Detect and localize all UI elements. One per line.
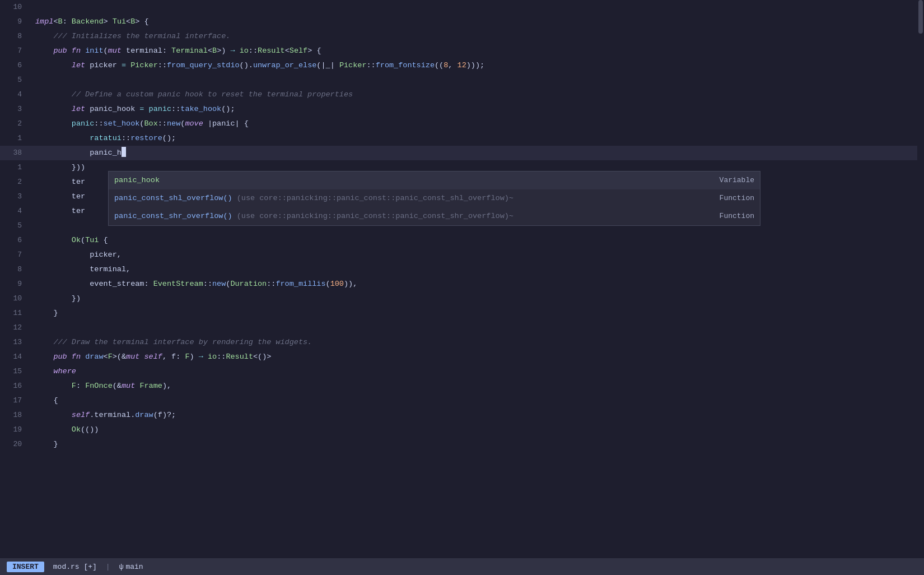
line-number: 15 [0, 365, 31, 378]
code-line-7: 7 pub fn init(mut terminal: Terminal<B>)… [0, 44, 924, 58]
line-number: 8 [0, 30, 31, 43]
line-content: } [31, 307, 924, 320]
line-content: picker, [31, 248, 924, 262]
code-line-12: 12 [0, 321, 924, 335]
line-number: 20 [0, 438, 31, 451]
line-content: impl<B: Backend> Tui<B> { [31, 15, 924, 29]
code-line-9b: 9 event_stream: EventStream::new(Duratio… [0, 277, 924, 291]
code-line-6: 6 let picker = Picker::from_query_stdio(… [0, 58, 924, 73]
line-content: let picker = Picker::from_query_stdio().… [31, 59, 924, 72]
line-number: 8 [0, 263, 31, 276]
code-line-38: 38 panic_h [0, 146, 924, 160]
line-number: 9 [0, 277, 31, 291]
code-line-15: 15 where [0, 364, 924, 379]
code-line-9: 9 impl<B: Backend> Tui<B> { [0, 15, 924, 29]
autocomplete-item-shl[interactable]: panic_const_shl_overflow() (use core::pa… [109, 189, 760, 207]
code-line-3: 3 let panic_hook = panic::take_hook(); [0, 102, 924, 117]
autocomplete-item-kind: Function [720, 192, 754, 205]
line-number: 38 [0, 146, 31, 160]
autocomplete-item-panic-hook[interactable]: panic_hook Variable [109, 171, 760, 189]
autocomplete-dropdown[interactable]: panic_hook Variable panic_const_shl_over… [108, 171, 760, 226]
line-number: 2 [0, 117, 31, 131]
line-content: { [31, 394, 924, 407]
line-number: 6 [0, 234, 31, 247]
line-number: 7 [0, 248, 31, 262]
status-bar: INSERT mod.rs [+] | ψ main [0, 558, 924, 575]
line-number: 17 [0, 394, 31, 407]
line-number: 6 [0, 59, 31, 72]
code-line-1a: 1 ratatui::restore(); [0, 131, 924, 146]
code-area: 10 9 impl<B: Backend> Tui<B> { 8 /// Ini… [0, 0, 924, 558]
line-number: 1 [0, 161, 31, 174]
scrollbar-thumb[interactable] [918, 0, 923, 34]
code-line-14: 14 pub fn draw<F>(&mut self, f: F) → io:… [0, 350, 924, 364]
scrollbar[interactable] [917, 0, 924, 558]
line-number: 14 [0, 350, 31, 364]
line-content: } [31, 438, 924, 451]
line-number: 12 [0, 321, 31, 335]
line-content: panic::set_hook(Box::new(move |panic| { [31, 117, 924, 131]
code-line-7b: 7 picker, [0, 248, 924, 262]
branch-name: main [125, 563, 143, 571]
code-lines: 10 9 impl<B: Backend> Tui<B> { 8 /// Ini… [0, 0, 924, 558]
line-number: 3 [0, 190, 31, 203]
code-line-19: 19 Ok(()) [0, 423, 924, 437]
line-number: 3 [0, 103, 31, 116]
line-content: }) [31, 292, 924, 305]
code-line-10b: 10 }) [0, 291, 924, 306]
line-number: 10 [0, 1, 31, 14]
line-content: /// Draw the terminal interface by rende… [31, 336, 924, 349]
line-number: 1 [0, 132, 31, 145]
status-filename: mod.rs [53, 563, 80, 571]
line-content: let panic_hook = panic::take_hook(); [31, 103, 924, 116]
line-content: Ok(()) [31, 423, 924, 437]
status-modified: [+] [83, 563, 96, 571]
line-number: 11 [0, 307, 31, 320]
line-number: 18 [0, 409, 31, 422]
line-number: 2 [0, 175, 31, 189]
line-number: 13 [0, 336, 31, 349]
line-number: 5 [0, 73, 31, 87]
autocomplete-item-shr[interactable]: panic_const_shr_overflow() (use core::pa… [109, 207, 760, 225]
code-line-13: 13 /// Draw the terminal interface by re… [0, 335, 924, 350]
line-number: 19 [0, 423, 31, 437]
line-content: pub fn draw<F>(&mut self, f: F) → io::Re… [31, 350, 924, 364]
line-number: 4 [0, 205, 31, 218]
line-content: terminal, [31, 263, 924, 276]
status-branch: ψ main [119, 563, 143, 571]
autocomplete-item-kind: Variable [720, 174, 754, 187]
code-line-20: 20 } [0, 437, 924, 452]
code-line-10: 10 [0, 0, 924, 15]
branch-icon: ψ [119, 563, 124, 571]
status-separator: | [106, 563, 110, 571]
line-content: /// Initializes the terminal interface. [31, 30, 924, 43]
autocomplete-item-text: panic_const_shl_overflow() (use core::pa… [114, 192, 713, 205]
line-content: ratatui::restore(); [31, 132, 924, 145]
line-number: 7 [0, 44, 31, 58]
line-content: where [31, 365, 924, 378]
line-number: 5 [0, 219, 31, 233]
code-line-4: 4 // Define a custom panic hook to reset… [0, 87, 924, 102]
line-content: Ok(Tui { [31, 234, 924, 247]
code-line-6b: 6 Ok(Tui { [0, 233, 924, 248]
autocomplete-item-text: panic_const_shr_overflow() (use core::pa… [114, 210, 713, 223]
code-line-5: 5 [0, 73, 924, 87]
status-file: mod.rs [+] [53, 563, 97, 571]
autocomplete-item-kind: Function [720, 210, 754, 223]
autocomplete-item-text: panic_hook [114, 174, 713, 187]
line-content: F: FnOnce(&mut Frame), [31, 379, 924, 393]
code-line-17: 17 { [0, 393, 924, 408]
line-number: 16 [0, 379, 31, 393]
line-content: // Define a custom panic hook to reset t… [31, 88, 924, 101]
line-number: 4 [0, 88, 31, 101]
line-number: 9 [0, 15, 31, 29]
code-line-16: 16 F: FnOnce(&mut Frame), [0, 379, 924, 393]
line-content: panic_h [31, 146, 924, 160]
line-content: event_stream: EventStream::new(Duration:… [31, 277, 924, 291]
status-mode: INSERT [7, 562, 44, 572]
code-line-11: 11 } [0, 306, 924, 321]
code-line-2: 2 panic::set_hook(Box::new(move |panic| … [0, 117, 924, 131]
code-line-18: 18 self.terminal.draw(f)?; [0, 408, 924, 423]
line-content: self.terminal.draw(f)?; [31, 409, 924, 422]
code-line-8b: 8 terminal, [0, 262, 924, 277]
